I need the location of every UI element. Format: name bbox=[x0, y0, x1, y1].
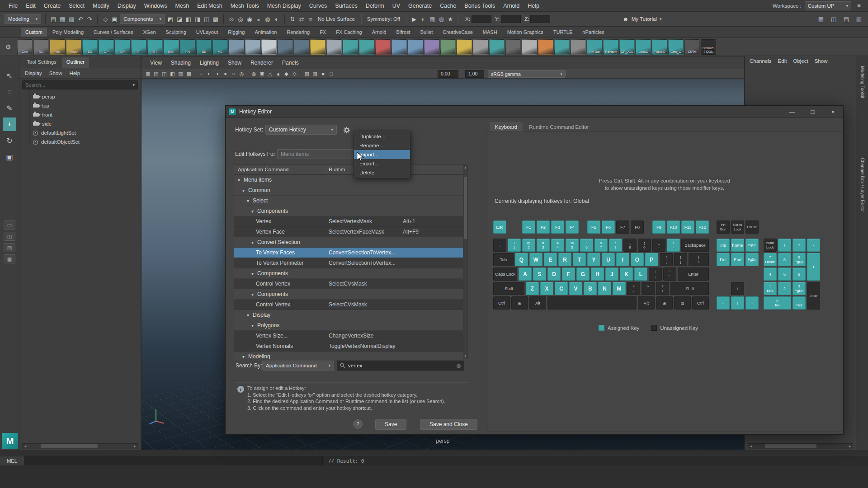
faces-mask-icon[interactable]: ◧ bbox=[184, 14, 193, 23]
shelf-tab-arnold[interactable]: Arnold bbox=[368, 28, 391, 37]
key-9[interactable]: (9 bbox=[623, 239, 637, 252]
numpad-plus-key[interactable]: + bbox=[807, 253, 820, 281]
menu-surfaces[interactable]: Surfaces bbox=[331, 0, 361, 12]
numpad-0-key[interactable]: 0Ins bbox=[764, 296, 791, 310]
key-w[interactable]: W bbox=[529, 253, 542, 266]
grid-icon[interactable]: ▩ bbox=[185, 70, 193, 77]
select-object-icon[interactable]: ▣ bbox=[110, 14, 119, 23]
xray-icon[interactable]: □ bbox=[327, 70, 335, 77]
safe-title-icon[interactable]: ◎ bbox=[238, 70, 245, 77]
render-current-frame-icon[interactable]: ▶ bbox=[410, 14, 419, 23]
shelf-item-renam[interactable]: ReNam bbox=[603, 39, 618, 55]
wireframe-icon[interactable]: ◍ bbox=[250, 70, 258, 77]
grave-key[interactable]: ~` bbox=[493, 239, 506, 252]
shelf-item-mat[interactable]: MAT bbox=[164, 39, 179, 55]
scroll-down-icon[interactable]: ▾ bbox=[463, 354, 467, 358]
menu-bonus-tools[interactable]: Bonus Tools bbox=[460, 0, 499, 12]
search-field[interactable]: ⊗ bbox=[337, 361, 464, 371]
shelf-gear-icon[interactable]: ⚙ bbox=[3, 43, 14, 51]
panel-layout-icon-4[interactable]: ▥ bbox=[854, 14, 863, 23]
gamma-field[interactable]: 1.00 bbox=[465, 70, 484, 78]
scroll-left-icon[interactable]: ◂ bbox=[748, 444, 754, 448]
key-shift[interactable]: Shift bbox=[493, 282, 524, 295]
hotkey-tree-command[interactable]: Control VertexSelectCVsMask bbox=[234, 300, 463, 310]
z-input[interactable] bbox=[530, 15, 550, 23]
outliner-hscrollbar[interactable]: ◂ ▸ bbox=[22, 443, 138, 449]
key-f10[interactable]: F10 bbox=[667, 221, 680, 234]
key-e[interactable]: E bbox=[544, 253, 557, 266]
grease-pencil-icon[interactable]: ▥ bbox=[177, 70, 184, 77]
arrow-down-key[interactable]: ↓ bbox=[731, 296, 744, 310]
shelf-item-icon-26[interactable] bbox=[440, 39, 456, 55]
arrow-left-key[interactable]: ← bbox=[717, 296, 730, 310]
menu-create[interactable]: Create bbox=[40, 0, 65, 12]
view-transform-combo[interactable]: sRGB gamma ▾ bbox=[488, 70, 566, 78]
menu-key[interactable]: ▤ bbox=[674, 296, 691, 310]
menu-help[interactable]: Help bbox=[524, 0, 543, 12]
channel-menu-edit[interactable]: Edit bbox=[778, 58, 787, 67]
shelf-item-icon-16[interactable] bbox=[278, 39, 293, 55]
y-input[interactable] bbox=[501, 15, 521, 23]
search-input[interactable] bbox=[348, 363, 453, 368]
numpad-divide-key[interactable]: / bbox=[778, 239, 791, 252]
viewport-menu-show[interactable]: Show bbox=[224, 60, 245, 66]
viewport-menu-panels[interactable]: Panels bbox=[278, 60, 303, 66]
menu-mesh-display[interactable]: Mesh Display bbox=[263, 0, 305, 12]
lines-mask-icon[interactable]: ◪ bbox=[175, 14, 184, 23]
edit-hotkeys-for-combo[interactable]: Menu items ▾ bbox=[277, 149, 360, 159]
camera-select-icon[interactable]: ▦ bbox=[144, 70, 152, 77]
account-menu[interactable]: ☻ My Tutorial ▾ bbox=[623, 14, 661, 24]
minus-key[interactable]: _- bbox=[652, 239, 665, 252]
scroll-lock-key[interactable]: ScrollLock bbox=[731, 221, 744, 234]
tab-keyboard[interactable]: Keyboard bbox=[490, 122, 523, 131]
quote-key[interactable]: "' bbox=[663, 267, 676, 281]
viewport-menu-lighting[interactable]: Lighting bbox=[196, 60, 223, 66]
key-esc[interactable]: Esc bbox=[493, 221, 506, 234]
shelf-item-icon-27[interactable] bbox=[457, 39, 472, 55]
channel-box-hscrollbar[interactable]: ◂ ▸ bbox=[748, 443, 853, 449]
hotkey-tree-command[interactable]: To Vertex FacesConvertSelectionToVertex.… bbox=[234, 248, 463, 258]
shelf-tab-animation[interactable]: Animation bbox=[250, 28, 281, 37]
shelf-tab-poly-modeling[interactable]: Poly Modeling bbox=[48, 28, 88, 37]
panel-layout-icon-3[interactable]: ▤ bbox=[842, 14, 851, 23]
key-6[interactable]: ^6 bbox=[580, 239, 593, 252]
open-scene-icon[interactable]: ▦ bbox=[58, 14, 67, 23]
key-a[interactable]: A bbox=[519, 267, 532, 281]
right-shift-key[interactable]: Shift bbox=[670, 282, 709, 295]
shelf-tab-xgen[interactable]: XGen bbox=[138, 28, 160, 37]
shelf-item-be[interactable]: BE bbox=[196, 39, 212, 55]
panel-layout-icon-1[interactable]: ▦ bbox=[816, 14, 826, 23]
scroll-right-icon[interactable]: ▸ bbox=[132, 444, 137, 448]
menu-item-duplicate[interactable]: Duplicate... bbox=[354, 132, 410, 141]
tab-runtime-command-editor[interactable]: Runtime Command Editor bbox=[524, 122, 594, 131]
key-m[interactable]: M bbox=[613, 282, 626, 295]
hypershade-icon[interactable]: ◍ bbox=[437, 14, 446, 23]
shelf-item-icon-28[interactable] bbox=[473, 39, 488, 55]
key-y[interactable]: Y bbox=[587, 253, 600, 266]
snap-to-projected-center-icon[interactable]: ◒ bbox=[254, 14, 263, 23]
help-button[interactable]: ? bbox=[353, 419, 363, 429]
key-g[interactable]: G bbox=[576, 267, 590, 281]
shelf-item-bonus-tool[interactable]: BONUS TOOL bbox=[701, 39, 716, 55]
input-connections-icon[interactable]: ⇅ bbox=[288, 14, 297, 23]
shelf-item-icon-31[interactable] bbox=[522, 39, 537, 55]
menu-generate[interactable]: Generate bbox=[404, 0, 436, 12]
scrollbar-thumb[interactable] bbox=[765, 444, 816, 448]
redo-icon[interactable]: ↷ bbox=[85, 14, 94, 23]
workspace-combo[interactable]: Custom UI* ▾ bbox=[805, 1, 851, 10]
key-0[interactable]: )0 bbox=[638, 239, 651, 252]
selection-mask-selector[interactable]: Components▾ bbox=[120, 14, 165, 24]
expander-icon[interactable]: ▾ bbox=[251, 289, 257, 300]
shelf-item-icon-13[interactable] bbox=[229, 39, 244, 55]
exposure-field[interactable]: 0.00 bbox=[438, 70, 458, 78]
key-r[interactable]: R bbox=[558, 253, 571, 266]
key-f[interactable]: F bbox=[562, 267, 575, 281]
numpad-multiply-key[interactable]: * bbox=[793, 239, 806, 252]
single-pane-layout[interactable]: ▭ bbox=[4, 221, 15, 230]
shelf-tab-mash[interactable]: MASH bbox=[478, 28, 502, 37]
shelf-item-icon-19[interactable] bbox=[326, 39, 342, 55]
semicolon-key[interactable]: :; bbox=[649, 267, 662, 281]
backslash-key[interactable]: |\ bbox=[689, 253, 709, 266]
move-tool[interactable]: + bbox=[3, 117, 16, 131]
two-pane-layout[interactable]: ◫ bbox=[4, 232, 15, 241]
